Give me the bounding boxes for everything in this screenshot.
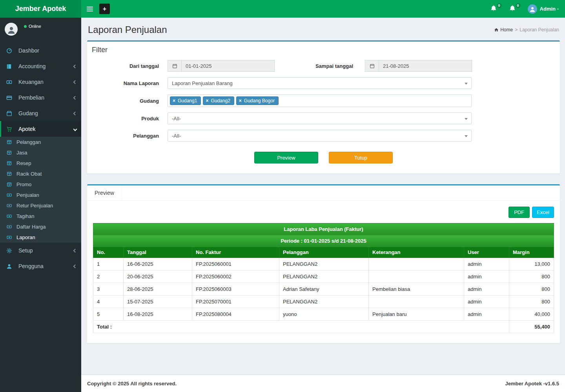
tab-preview[interactable]: Preview	[87, 185, 122, 200]
cell-keterangan: Pembelian biasa	[369, 283, 464, 296]
cell-margin: 800	[509, 270, 554, 283]
sidebar-toggle-button[interactable]	[81, 0, 98, 18]
sidebar-item-label: Laporan	[16, 234, 35, 240]
report-periode: Periode : 01-01-2025 s/d 21-08-2025	[93, 235, 554, 247]
breadcrumb-separator: >	[515, 27, 518, 33]
customers-icon	[7, 140, 15, 145]
bell-icon	[509, 5, 516, 12]
cell-keterangan: Penjualan baru	[369, 308, 464, 321]
table-row: 1 16-06-2025 FP.2025060001 PELANGGAN2 ad…	[93, 258, 554, 270]
filter-form: Dari tanggal Sampai tanggal Nama Laporan	[87, 58, 560, 174]
chevron-left-icon	[73, 96, 77, 100]
table-row: 5 16-08-2025 FP.2025080004 yuono Penjual…	[93, 308, 554, 321]
alerts-button[interactable]: 0	[509, 5, 518, 13]
chevron-left-icon	[73, 264, 77, 268]
sidebar-item-pembelian[interactable]: Pembelian	[0, 90, 81, 105]
gudang-tag: × Gudang1	[170, 96, 201, 105]
filter-box: Filter Dari tanggal Sampai tanggal Nama	[87, 40, 560, 174]
pelanggan-select[interactable]: -All-	[168, 130, 472, 142]
preview-box: Preview PDF Excel Laporan Laba Penjualan…	[87, 184, 560, 343]
sidebar-item-pengguna[interactable]: Pengguna	[0, 258, 81, 274]
gear-icon	[6, 248, 16, 254]
sampai-tanggal-input[interactable]	[379, 60, 472, 72]
pdf-export-button[interactable]: PDF	[508, 207, 530, 218]
sidebar-item-penjualan[interactable]: Penjualan	[0, 190, 81, 200]
sidebar-item-resep[interactable]: Resep	[0, 158, 81, 169]
sidebar-item-accounting[interactable]: Accounting	[0, 58, 81, 74]
book-icon	[6, 64, 16, 69]
sidebar-item-apotek[interactable]: Apotek	[0, 121, 81, 137]
produk-label: Produk	[91, 116, 168, 122]
sidebar-menu: Dashbor Accounting Keuangan Pembelian Gu…	[0, 43, 81, 274]
add-button[interactable]: +	[99, 4, 110, 14]
page-footer: Copyright © 2025 All rights reserved. Je…	[81, 374, 565, 392]
sidebar-item-jasa[interactable]: Jasa	[0, 147, 81, 158]
warehouse-icon	[6, 111, 16, 116]
cell-pelanggan: PELANGGAN2	[279, 258, 369, 270]
col-header-keterangan: Keterangan	[369, 247, 464, 258]
gudang-multiselect[interactable]: × Gudang1 × Gudang2 × Gudang Bogor	[168, 94, 472, 107]
sidebar-item-retur-penjualan[interactable]: Retur Penjualan	[0, 200, 81, 211]
notifications-button[interactable]: 0	[490, 5, 499, 13]
sidebar-item-label: Accounting	[18, 63, 46, 69]
excel-export-button[interactable]: Excel	[532, 207, 554, 218]
nama-laporan-label: Nama Laporan	[91, 80, 168, 86]
sidebar-item-dashbor[interactable]: Dashbor	[0, 43, 81, 58]
dashboard-icon	[6, 48, 16, 54]
col-header-faktur: No. Faktur	[192, 247, 279, 258]
cell-no: 2	[93, 270, 124, 283]
top-navbar: Jember Apotek + 0 0 Admin -	[0, 0, 565, 18]
cell-faktur: FP.2025070001	[192, 296, 279, 308]
sidebar-item-racik-obat[interactable]: Racik Obat	[0, 169, 81, 179]
sidebar-item-label: Daftar Harga	[16, 224, 46, 230]
breadcrumb-current: Laporan Penjualan	[519, 27, 559, 33]
produk-select[interactable]: -All-	[168, 113, 472, 124]
cell-faktur: FP.2025060001	[192, 258, 279, 270]
sidebar-item-tagihan[interactable]: Tagihan	[0, 211, 81, 221]
cell-pelanggan: PELANGGAN2	[279, 270, 369, 283]
sidebar-item-laporan[interactable]: Laporan	[0, 232, 81, 243]
brand-logo[interactable]: Jember Apotek	[0, 0, 81, 18]
returns-icon	[7, 203, 15, 208]
sidebar-item-pelanggan[interactable]: Pelanggan	[0, 137, 81, 147]
tag-label: Gudang2	[211, 98, 230, 103]
remove-tag-icon[interactable]: ×	[173, 99, 175, 103]
col-header-pelanggan: Pelanggan	[279, 247, 369, 258]
preview-button[interactable]: Preview	[254, 152, 318, 163]
user-icon	[529, 6, 536, 13]
nama-laporan-select[interactable]: Laporan Penjualan Barang	[168, 77, 472, 89]
sidebar-item-setup[interactable]: Setup	[0, 243, 81, 258]
avatar	[5, 23, 18, 36]
sidebar-item-label: Pelanggan	[16, 139, 41, 145]
compound-icon	[7, 171, 15, 176]
preview-tabs: Preview	[87, 185, 560, 201]
sidebar-item-label: Apotek	[18, 126, 36, 132]
invoice-icon	[7, 214, 15, 219]
sidebar-item-label: Pembelian	[18, 94, 44, 101]
sidebar-item-promo[interactable]: Promo	[0, 179, 81, 190]
sidebar-item-gudang[interactable]: Gudang	[0, 105, 81, 121]
user-menu-button[interactable]: Admin -	[528, 4, 559, 14]
online-status-label: Online	[29, 24, 41, 29]
table-row: 4 15-07-2025 FP.2025070001 PELANGGAN2 ad…	[93, 296, 554, 308]
tutup-button[interactable]: Tutup	[329, 152, 393, 163]
dari-tanggal-input[interactable]	[181, 60, 275, 72]
sidebar-item-daftar-harga[interactable]: Daftar Harga	[0, 221, 81, 232]
remove-tag-icon[interactable]: ×	[239, 99, 242, 103]
sidebar-item-keuangan[interactable]: Keuangan	[0, 74, 81, 90]
cell-no: 3	[93, 283, 124, 296]
user-panel: Online	[0, 18, 81, 40]
breadcrumb-home-label: Home	[500, 27, 513, 33]
remove-tag-icon[interactable]: ×	[206, 99, 208, 103]
user-icon	[7, 26, 16, 34]
cell-keterangan	[369, 296, 464, 308]
breadcrumb-home-link[interactable]: Home	[494, 27, 513, 33]
sales-icon	[7, 192, 15, 198]
app-version: Jember Apotek -v1.6.5	[505, 381, 559, 387]
cell-margin: 40,000	[509, 308, 554, 321]
gudang-label: Gudang	[91, 98, 168, 104]
money-icon	[6, 79, 16, 85]
cell-faktur: FP.2025060003	[192, 283, 279, 296]
cell-margin: 13,000	[509, 258, 554, 270]
notification-badge: 0	[497, 3, 502, 8]
